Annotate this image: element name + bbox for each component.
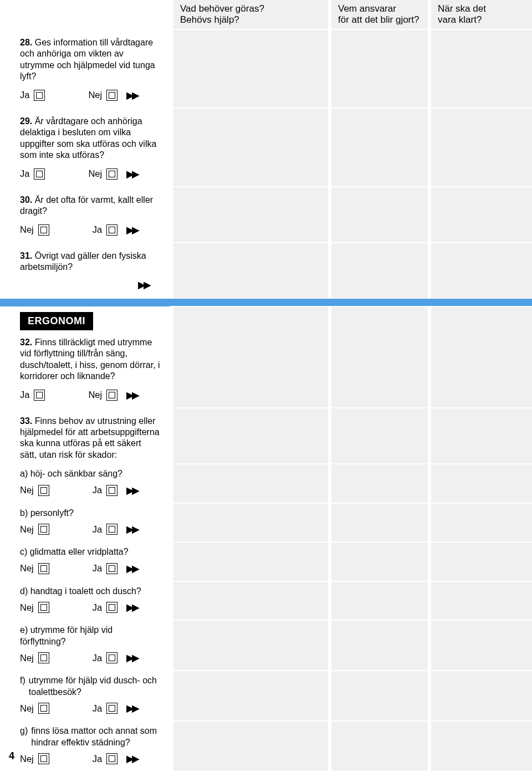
answer-cell[interactable] <box>429 503 532 542</box>
checkbox-icon[interactable] <box>106 563 117 574</box>
answer-cell[interactable] <box>429 187 532 243</box>
sub-question-text: a) höj- och sänkbar säng? <box>20 465 160 479</box>
checkbox-icon[interactable] <box>38 485 49 496</box>
checkbox-icon[interactable] <box>106 390 117 401</box>
answer-cell[interactable] <box>429 620 532 671</box>
checkbox-icon[interactable] <box>106 602 117 613</box>
answer-cell[interactable] <box>429 464 532 503</box>
arrow-icon: ▶▶ <box>126 652 137 664</box>
choice-nej[interactable]: Nej▶▶ <box>88 168 137 180</box>
checkbox-icon[interactable] <box>34 90 45 101</box>
checkbox-icon[interactable] <box>106 703 117 714</box>
choice-ja[interactable]: Ja▶▶ <box>93 224 137 236</box>
answer-cell[interactable] <box>172 671 330 721</box>
checkbox-icon[interactable] <box>38 703 49 714</box>
answer-cell[interactable] <box>429 581 532 620</box>
arrow-icon: ▶▶ <box>126 484 137 497</box>
answer-cell[interactable] <box>429 306 532 408</box>
choice-row: NejJa▶▶ <box>20 219 160 242</box>
choice-nej[interactable]: Nej <box>20 563 49 574</box>
choice-row: NejJa▶▶ <box>20 558 160 580</box>
choice-ja[interactable]: Ja <box>20 390 45 401</box>
choice-nej[interactable]: Nej <box>20 485 49 496</box>
checkbox-icon[interactable] <box>106 224 117 236</box>
choice-ja[interactable]: Ja▶▶ <box>93 563 137 575</box>
checkbox-icon[interactable] <box>106 485 117 496</box>
answer-cell[interactable] <box>172 581 330 620</box>
choice-ja[interactable]: Ja <box>20 168 45 180</box>
answer-cell[interactable] <box>330 581 429 620</box>
answer-cell[interactable] <box>330 408 429 464</box>
answer-cell[interactable] <box>172 408 330 464</box>
answer-cell[interactable] <box>330 721 429 771</box>
answer-cell[interactable] <box>172 620 330 671</box>
checkbox-icon[interactable] <box>106 90 117 101</box>
answer-cell[interactable] <box>172 187 330 243</box>
sub-question-text: f)utrymme för hjälp vid dusch- ochtoalet… <box>20 672 160 698</box>
choice-ja[interactable]: Ja <box>20 90 45 101</box>
answer-cell[interactable] <box>330 620 429 671</box>
choice-ja[interactable]: Ja▶▶ <box>93 484 137 497</box>
choice-nej[interactable]: Nej▶▶ <box>88 89 137 101</box>
choice-nej[interactable]: Nej <box>20 652 49 663</box>
checkbox-icon[interactable] <box>106 753 117 764</box>
checkbox-icon[interactable] <box>38 524 49 535</box>
answer-cell[interactable] <box>330 243 429 299</box>
choice-row: NejJa▶▶ <box>20 647 160 669</box>
answer-cell[interactable] <box>172 542 330 581</box>
checkbox-icon[interactable] <box>38 602 49 613</box>
answer-cell[interactable] <box>330 306 429 408</box>
choice-nej[interactable]: Nej <box>20 703 49 714</box>
answer-cell[interactable] <box>330 187 429 243</box>
answer-cell[interactable] <box>330 671 429 721</box>
answer-cell[interactable] <box>172 108 330 187</box>
checkbox-icon[interactable] <box>38 652 49 663</box>
checkbox-icon[interactable] <box>38 563 49 574</box>
column-header-action: Vad behöver göras?Behövs hjälp? <box>172 0 330 29</box>
answer-cell[interactable] <box>429 29 532 108</box>
checkbox-icon[interactable] <box>106 524 117 535</box>
answer-cell[interactable] <box>330 29 429 108</box>
choice-nej[interactable]: Nej <box>20 224 49 236</box>
answer-cell[interactable] <box>429 542 532 581</box>
answer-cell[interactable] <box>172 29 330 108</box>
answer-cell[interactable] <box>172 503 330 542</box>
sub-question-text: g)finns lösa mattor och annat somhindrar… <box>20 722 160 748</box>
answer-cell[interactable] <box>172 243 330 299</box>
question-text: 31. Övrigt vad gäller den fysiska arbets… <box>20 244 160 275</box>
answer-cell[interactable] <box>330 464 429 503</box>
answer-cell[interactable] <box>429 243 532 299</box>
choice-nej[interactable]: Nej <box>20 602 49 613</box>
answer-cell[interactable] <box>429 408 532 464</box>
choice-ja[interactable]: Ja▶▶ <box>93 652 137 664</box>
choice-ja[interactable]: Ja▶▶ <box>93 702 137 714</box>
checkbox-icon[interactable] <box>106 652 117 663</box>
answer-cell[interactable] <box>330 542 429 581</box>
checkbox-icon[interactable] <box>38 224 49 236</box>
choice-ja[interactable]: Ja▶▶ <box>93 753 137 765</box>
choice-row: NejJa▶▶ <box>20 519 160 541</box>
sub-question-text: c) glidmatta eller vridplatta? <box>20 543 160 558</box>
choice-ja[interactable]: Ja▶▶ <box>93 523 137 535</box>
checkbox-icon[interactable] <box>34 390 45 401</box>
sub-question-text: d) handtag i toalett och dusch? <box>20 582 160 597</box>
choice-nej[interactable]: Nej <box>20 524 49 535</box>
answer-cell[interactable] <box>429 108 532 187</box>
checkbox-icon[interactable] <box>38 753 49 764</box>
answer-cell[interactable] <box>172 306 330 408</box>
answer-cell[interactable] <box>429 721 532 771</box>
question-text: 32. Finns tillräckligt med utrymme vid f… <box>20 330 160 385</box>
checkbox-icon[interactable] <box>34 168 45 180</box>
checkbox-icon[interactable] <box>106 168 117 180</box>
choice-row: JaNej▶▶ <box>20 85 160 107</box>
question-text: 30. Är det ofta för varmt, kallt eller d… <box>20 188 160 219</box>
choice-nej[interactable]: Nej▶▶ <box>88 389 137 401</box>
answer-cell[interactable] <box>429 671 532 721</box>
choice-nej[interactable]: Nej <box>20 753 49 764</box>
answer-cell[interactable] <box>172 721 330 771</box>
choice-ja[interactable]: Ja▶▶ <box>93 601 137 613</box>
answer-cell[interactable] <box>330 503 429 542</box>
answer-cell[interactable] <box>330 108 429 187</box>
section-divider <box>0 299 532 306</box>
answer-cell[interactable] <box>172 464 330 503</box>
